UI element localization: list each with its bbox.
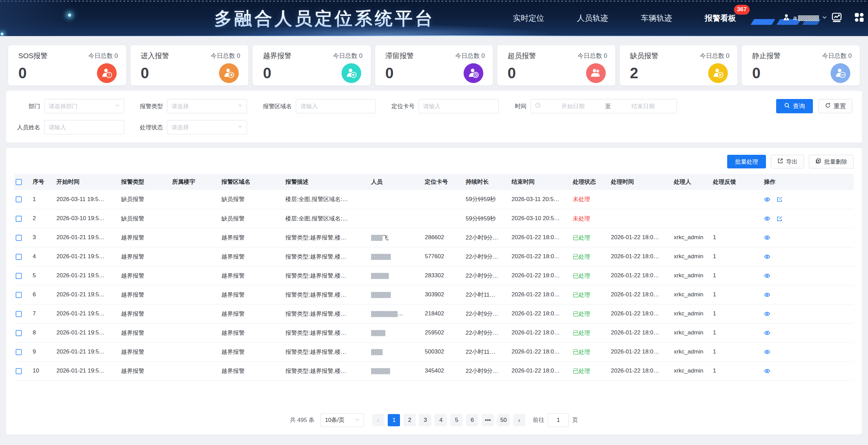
view-button[interactable] bbox=[764, 196, 770, 203]
chevron-down-icon bbox=[238, 124, 243, 131]
page-button-1[interactable]: 1 bbox=[388, 414, 400, 426]
cell-feedback bbox=[710, 190, 761, 209]
batch-delete-icon bbox=[815, 158, 821, 166]
cell-feedback: 1 bbox=[710, 285, 761, 304]
cell-alarm-type: 越界报警 bbox=[118, 323, 169, 342]
view-button[interactable] bbox=[764, 292, 770, 298]
search-button[interactable]: 查询 bbox=[776, 99, 813, 113]
page-button-3[interactable]: 3 bbox=[419, 414, 431, 426]
alarm-type-select[interactable]: 请选择 bbox=[167, 99, 247, 113]
cell-area: 缺员报警 bbox=[219, 209, 283, 228]
cell-handler bbox=[671, 190, 710, 209]
prev-page-button[interactable]: ‹ bbox=[372, 414, 384, 426]
cell-handler: xrkc_admin bbox=[671, 285, 710, 304]
goto-page-input[interactable]: 1 bbox=[548, 413, 569, 427]
apps-menu-button[interactable] bbox=[852, 11, 866, 25]
nav-person-track[interactable]: 人员轨迹 bbox=[577, 13, 608, 23]
row-checkbox[interactable] bbox=[16, 196, 22, 202]
apps-grid-icon bbox=[853, 12, 865, 24]
date-range-picker[interactable]: 开始日期 至 结束日期 bbox=[531, 99, 677, 113]
status-badge: 已处理 bbox=[573, 311, 590, 317]
masked-person-name bbox=[371, 254, 391, 260]
alarm-area-input[interactable]: 请输入 bbox=[296, 99, 376, 113]
user-menu[interactable]: a bbox=[782, 0, 827, 36]
page-button-50[interactable]: 50 bbox=[497, 414, 510, 426]
stat-card-title: 缺员报警 bbox=[630, 51, 658, 61]
cell-no: 9 bbox=[30, 342, 54, 361]
page-button-4[interactable]: 4 bbox=[435, 414, 447, 426]
cell-building bbox=[169, 266, 219, 285]
header-left-decoration bbox=[0, 0, 116, 36]
stat-card-count: 0 bbox=[141, 66, 149, 81]
table-row: 52026-01-21 19:5…越界报警越界报警报警类型:越界报警,楼…283… bbox=[14, 266, 854, 285]
cell-start-time: 2026-01-21 19:5… bbox=[54, 342, 118, 361]
filter-card-no: 定位卡号 请输入 bbox=[390, 99, 499, 113]
cell-handled-time bbox=[608, 190, 671, 209]
understaff-alarm-icon bbox=[708, 63, 728, 83]
alarm-area-label: 报警区域名 bbox=[261, 102, 292, 110]
page-size-select[interactable]: 10条/页 bbox=[320, 413, 364, 427]
total-count: 共 495 条 bbox=[290, 416, 315, 424]
row-checkbox[interactable] bbox=[16, 368, 22, 374]
department-select[interactable]: 请选择部门 bbox=[44, 99, 124, 113]
row-checkbox[interactable] bbox=[16, 311, 22, 317]
nav-vehicle-track[interactable]: 车辆轨迹 bbox=[641, 13, 672, 23]
cell-status: 已处理 bbox=[570, 285, 608, 304]
column-header: 持续时长 bbox=[463, 174, 509, 190]
person-name-input[interactable]: 请输入 bbox=[44, 120, 124, 134]
batch-process-button[interactable]: 批量处理 bbox=[727, 155, 766, 168]
alarm-type-label: 报警类型 bbox=[138, 102, 163, 110]
cell-no: 10 bbox=[30, 361, 54, 380]
stat-card-today-total: 今日总数 0 bbox=[333, 52, 363, 60]
view-button[interactable] bbox=[764, 349, 770, 355]
stat-card-title: 进入报警 bbox=[141, 51, 169, 61]
view-button[interactable] bbox=[764, 330, 770, 336]
cell-no: 5 bbox=[30, 266, 54, 285]
select-all-checkbox[interactable] bbox=[16, 179, 22, 185]
card-no-input[interactable]: 请输入 bbox=[419, 99, 499, 113]
view-button[interactable] bbox=[764, 273, 770, 279]
view-button[interactable] bbox=[764, 253, 770, 260]
view-button[interactable] bbox=[764, 234, 770, 241]
page-button-2[interactable]: 2 bbox=[403, 414, 416, 426]
page-button-•••[interactable]: ••• bbox=[482, 414, 494, 426]
row-checkbox[interactable] bbox=[16, 216, 22, 222]
table-header-row: 序号开始时间报警类型所属楼宇报警区域名报警描述人员定位卡号持续时长结束时间处理状… bbox=[14, 174, 854, 190]
dashboard-chart-button[interactable] bbox=[830, 11, 844, 25]
cell-no: 4 bbox=[30, 247, 54, 266]
row-checkbox[interactable] bbox=[16, 330, 22, 336]
page-button-5[interactable]: 5 bbox=[450, 414, 463, 426]
cell-status: 已处理 bbox=[570, 247, 608, 266]
row-checkbox[interactable] bbox=[16, 292, 22, 298]
handle-status-select[interactable]: 请选择 bbox=[167, 120, 247, 134]
next-page-button[interactable]: › bbox=[513, 414, 525, 426]
page-button-6[interactable]: 6 bbox=[466, 414, 478, 426]
export-button[interactable]: 导出 bbox=[771, 155, 804, 168]
cross-border-alarm-icon bbox=[341, 63, 361, 83]
edit-button[interactable] bbox=[777, 196, 783, 202]
cell-start-time: 2026-03-10 19:5… bbox=[54, 209, 118, 228]
row-checkbox[interactable] bbox=[16, 235, 22, 241]
cell-end-time: 2026-03-10 20:5… bbox=[509, 209, 570, 228]
batch-delete-button[interactable]: 批量删除 bbox=[809, 155, 854, 168]
row-checkbox[interactable] bbox=[16, 349, 22, 355]
column-header: 处理状态 bbox=[570, 174, 608, 190]
row-checkbox[interactable] bbox=[16, 273, 22, 279]
cell-operations bbox=[761, 266, 854, 285]
stat-card-count: 0 bbox=[263, 66, 271, 81]
edit-button[interactable] bbox=[777, 216, 783, 222]
nav-alarm-board[interactable]: 报警看板 367 bbox=[705, 13, 736, 23]
cell-person bbox=[368, 266, 422, 285]
cell-start-time: 2026-01-21 19:5… bbox=[54, 304, 118, 323]
cell-alarm-type: 越界报警 bbox=[118, 228, 169, 247]
view-button[interactable] bbox=[764, 368, 770, 374]
view-button[interactable] bbox=[764, 311, 770, 317]
view-button[interactable] bbox=[764, 215, 770, 222]
nav-realtime-location[interactable]: 实时定位 bbox=[513, 13, 544, 23]
stat-card-today-total: 今日总数 0 bbox=[455, 52, 485, 60]
reset-button[interactable]: 重置 bbox=[818, 99, 852, 113]
row-checkbox[interactable] bbox=[16, 254, 22, 260]
stat-card-title: 超员报警 bbox=[507, 51, 536, 61]
cell-alarm-type: 缺员报警 bbox=[118, 190, 169, 209]
cell-building bbox=[169, 285, 219, 304]
